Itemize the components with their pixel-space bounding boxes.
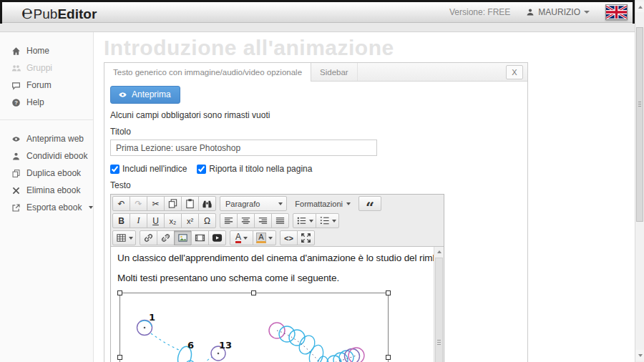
paste-button[interactable]: [181, 196, 199, 211]
paste-icon: [185, 198, 195, 209]
sidebar-item-label: Elimina ebook: [26, 185, 80, 195]
selected-image[interactable]: 1 6 13 8 7: [119, 293, 389, 362]
insert-media-button[interactable]: [191, 230, 209, 245]
sidebar-item-help[interactable]: ? Help: [0, 94, 93, 111]
includi-indice-checkbox-input[interactable]: [110, 165, 119, 174]
editor-paragraph-2[interactable]: Molti testi presentano uno schema come i…: [117, 273, 426, 283]
special-char-button[interactable]: Ω: [198, 213, 216, 228]
bullet-list-button[interactable]: [293, 213, 316, 228]
redo-button[interactable]: ↷: [130, 196, 147, 211]
align-right-button[interactable]: [254, 213, 272, 228]
link-icon: [143, 233, 154, 243]
background-color-button[interactable]: A: [253, 230, 276, 245]
close-panel-button[interactable]: X: [506, 65, 523, 79]
page-scrollbar[interactable]: [635, 0, 644, 362]
align-left-button[interactable]: [220, 213, 238, 228]
tab-testo-generico[interactable]: Testo generico con immagine/audio/video …: [104, 63, 311, 82]
titolo-label: Titolo: [110, 127, 522, 137]
resize-handle-top-center[interactable]: [251, 290, 256, 295]
superscript-button[interactable]: x²: [181, 213, 199, 228]
svg-text:6: 6: [187, 340, 194, 351]
page-scroll-down-arrow[interactable]: [635, 350, 644, 361]
riporta-titolo-checkbox-input[interactable]: [197, 165, 206, 174]
user-menu[interactable]: MAURIZIO: [526, 7, 590, 17]
align-center-button[interactable]: [237, 213, 255, 228]
riporta-titolo-checkbox[interactable]: Riporta il titolo nella pagina: [197, 164, 312, 174]
includi-indice-label: Includi nell'indice: [122, 164, 187, 174]
cut-button[interactable]: ✂: [147, 196, 165, 211]
unlink-button[interactable]: [157, 230, 175, 245]
sidebar-item-label: Condividi ebook: [26, 151, 87, 161]
language-flag-uk[interactable]: [605, 4, 628, 20]
text-color-icon: A: [235, 233, 241, 243]
sidebar-item-esporta-ebook[interactable]: Esporta ebook: [0, 199, 93, 216]
editor-scrollbar[interactable]: [434, 247, 444, 362]
page-scroll-up-arrow[interactable]: [635, 1, 644, 12]
sidebar-item-label: Forum: [26, 80, 52, 90]
testo-label: Testo: [110, 180, 522, 190]
align-left-icon: [223, 215, 234, 226]
sidebar-item-home[interactable]: Home: [0, 42, 93, 59]
resize-handle-mid-right[interactable]: [386, 355, 391, 360]
sidebar-item-elimina-ebook[interactable]: Elimina ebook: [0, 182, 93, 199]
home-icon: [11, 47, 21, 56]
italic-button[interactable]: I: [130, 213, 147, 228]
sidebar-item-condividi-ebook[interactable]: Condividi ebook: [0, 147, 93, 165]
sidebar-item-duplica-ebook[interactable]: Duplica ebook: [0, 165, 93, 182]
help-icon: ?: [11, 98, 21, 107]
fullscreen-icon: [301, 233, 311, 243]
table-button[interactable]: [112, 230, 136, 245]
resize-handle-top-left[interactable]: [117, 290, 122, 295]
bold-button[interactable]: B: [112, 213, 130, 228]
image-icon: [177, 233, 188, 243]
underline-button[interactable]: U: [147, 213, 165, 228]
justify-button[interactable]: [271, 213, 289, 228]
resize-handle-mid-left[interactable]: [117, 355, 122, 360]
blockquote-button[interactable]: “: [358, 196, 381, 211]
editor-paragraph-1[interactable]: Un classico dell'apprendimento del cinem…: [117, 253, 426, 263]
logo-pub: Pub: [34, 6, 58, 22]
subscript-button[interactable]: x₂: [164, 213, 182, 228]
anteprima-button[interactable]: Anteprima: [110, 86, 180, 104]
chevron-down-icon: [346, 202, 351, 205]
sidebar-item-gruppi: Gruppi: [0, 59, 93, 77]
rich-text-editor: ↶ ↷ ✂ Paragrafo: [110, 194, 444, 362]
insert-image-button[interactable]: [174, 230, 192, 245]
formats-menu-button[interactable]: Formattazioni: [291, 196, 355, 211]
resize-handle-top-right[interactable]: [386, 290, 391, 295]
sidebar-item-label: Anteprima web: [26, 134, 84, 144]
page-scroll-thumb[interactable]: [636, 27, 643, 222]
text-color-button[interactable]: A: [230, 230, 253, 245]
source-code-button[interactable]: <>: [280, 230, 298, 245]
youtube-button[interactable]: [208, 230, 226, 245]
app-logo[interactable]: ℮PubEditor: [21, 1, 97, 24]
user-icon: [526, 8, 535, 16]
link-button[interactable]: [140, 230, 157, 245]
fullscreen-button[interactable]: [297, 230, 315, 245]
header-shadow-band: [0, 23, 635, 32]
titolo-input[interactable]: [110, 140, 377, 156]
anteprima-button-label: Anteprima: [132, 89, 171, 99]
blockquote-icon: “: [366, 197, 374, 211]
includi-indice-checkbox[interactable]: Includi nell'indice: [110, 164, 187, 174]
chevron-down-icon: [309, 220, 313, 222]
sidebar-item-anteprima-web[interactable]: Anteprima web: [0, 130, 93, 147]
tab-bar: Testo generico con immagine/audio/video …: [104, 63, 527, 82]
undo-button[interactable]: ↶: [112, 196, 130, 211]
copy-button[interactable]: [164, 196, 182, 211]
duplicate-icon: [11, 169, 21, 178]
media-icon: [195, 233, 205, 243]
editor-content[interactable]: Un classico dell'apprendimento del cinem…: [111, 246, 444, 362]
users-icon: [11, 64, 21, 73]
checkbox-row: Includi nell'indice Riporta il titolo ne…: [110, 164, 522, 174]
riporta-titolo-label: Riporta il titolo nella pagina: [209, 164, 312, 174]
editor-scroll-up-arrow[interactable]: [434, 247, 444, 257]
find-button[interactable]: [198, 196, 216, 211]
paragraph-format-select[interactable]: Paragrafo: [220, 196, 287, 211]
logo-editor: Editor: [57, 6, 97, 22]
numbered-list-button[interactable]: [316, 213, 339, 228]
editor-scroll-thumb[interactable]: [435, 258, 443, 362]
window-left-edge: [0, 0, 2, 24]
tab-sidebar[interactable]: Sidebar: [311, 63, 358, 81]
sidebar-item-forum[interactable]: Forum: [0, 77, 93, 94]
